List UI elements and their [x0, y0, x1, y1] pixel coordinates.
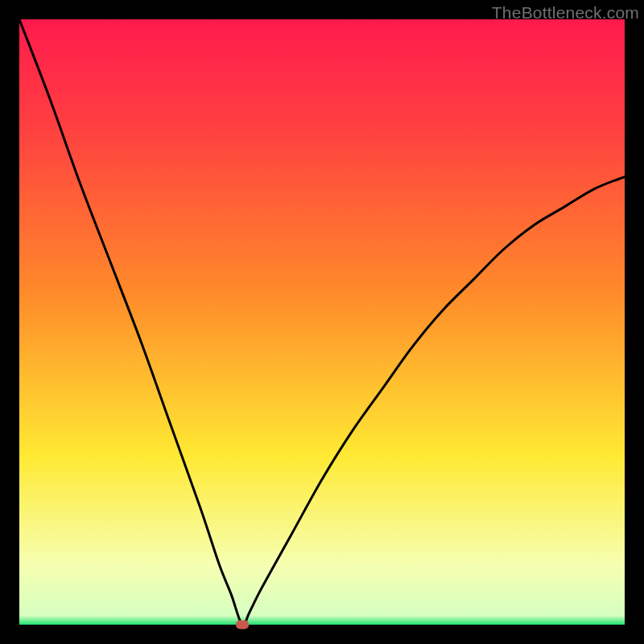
watermark-text: TheBottleneck.com — [492, 3, 639, 23]
plot-area — [19, 19, 625, 625]
bottleneck-curve — [19, 19, 625, 625]
min-marker — [236, 621, 249, 630]
